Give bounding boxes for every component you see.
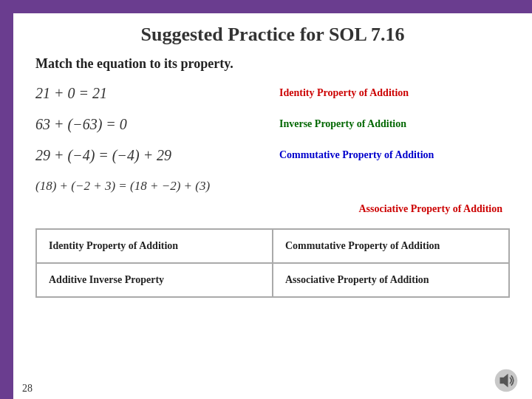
equation-1-label: Identity Property of Addition bbox=[272, 87, 510, 99]
answer-cell-1[interactable]: Identity Property of Addition bbox=[36, 229, 273, 263]
equation-row-4: (18) + (−2 + 3) = (18 + −2) + (3) bbox=[35, 172, 510, 200]
main-content: Suggested Practice for SOL 7.16 Match th… bbox=[13, 13, 532, 399]
assoc-label: Associative Property of Addition bbox=[35, 203, 510, 215]
equation-row-2: 63 + (−63) = 0 Inverse Property of Addit… bbox=[35, 110, 510, 138]
equation-1-math: 21 + 0 = 21 bbox=[35, 85, 272, 102]
answer-cell-4[interactable]: Associative Property of Addition bbox=[273, 263, 509, 297]
equation-row-1: 21 + 0 = 21 Identity Property of Additio… bbox=[35, 79, 510, 107]
equation-2-math: 63 + (−63) = 0 bbox=[35, 116, 272, 133]
left-bar bbox=[0, 0, 13, 399]
equation-3-math: 29 + (−4) = (−4) + 29 bbox=[35, 147, 272, 164]
page-title: Suggested Practice for SOL 7.16 bbox=[35, 24, 510, 46]
equation-3-label: Commutative Property of Addition bbox=[272, 149, 510, 161]
equations-section: 21 + 0 = 21 Identity Property of Additio… bbox=[35, 79, 510, 221]
top-bar bbox=[0, 0, 532, 13]
page-number: 28 bbox=[22, 383, 33, 395]
answer-cell-2[interactable]: Commutative Property of Addition bbox=[273, 229, 509, 263]
answer-grid: Identity Property of Addition Commutativ… bbox=[35, 228, 510, 298]
equation-2-label: Inverse Property of Addition bbox=[272, 118, 510, 130]
instructions: Match the equation to its property. bbox=[35, 56, 510, 72]
speaker-icon[interactable] bbox=[494, 368, 519, 393]
equation-4-math: (18) + (−2 + 3) = (18 + −2) + (3) bbox=[35, 179, 272, 194]
equation-row-3: 29 + (−4) = (−4) + 29 Commutative Proper… bbox=[35, 141, 510, 169]
answer-cell-3[interactable]: Additive Inverse Property bbox=[36, 263, 273, 297]
